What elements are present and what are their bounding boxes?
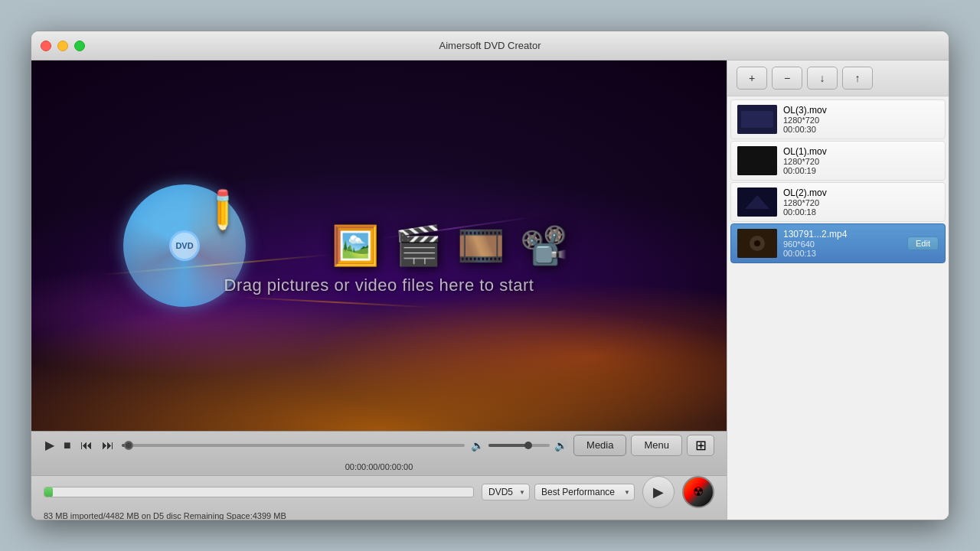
volume-max-icon: 🔊 [554, 439, 567, 452]
progress-thumb[interactable] [124, 441, 133, 450]
playback-controls: ▶ ■ ⏮ ⏭ 🔈 🔊 [31, 431, 727, 475]
left-panel: DVD ✏️ 🖼️ 🎬 🎞️ 📽️ Drag pictures or video… [31, 60, 727, 520]
file-item-4[interactable]: 130791...2.mp4 960*640 00:00:13 Edit [730, 223, 946, 263]
bottom-bar: DVD5 DVD9 Best Performance High Quality … [31, 475, 727, 520]
bottom-row: DVD5 DVD9 Best Performance High Quality … [44, 476, 714, 508]
preview-icon: ▶ [653, 484, 664, 500]
preview-button[interactable]: ▶ [642, 476, 675, 508]
file-item-2[interactable]: OL(1).mov 980*551 00:00:19 [730, 141, 946, 181]
file-thumb-3 [737, 187, 777, 217]
film-strip-icon: 📽️ [520, 223, 567, 268]
menu-button[interactable]: Menu [631, 435, 682, 456]
svg-rect-2 [737, 146, 777, 175]
chapters-icon: ⊞ [695, 437, 707, 454]
disc-selector: DVD5 DVD9 Best Performance High Quality … [482, 484, 635, 500]
media-menu-buttons: Media Menu ⊞ [573, 435, 714, 456]
volume-slider[interactable] [488, 444, 550, 447]
move-down-button[interactable]: ↓ [807, 67, 838, 90]
media-button[interactable]: Media [573, 435, 626, 456]
file-name-1: OL(3).mov [783, 105, 827, 116]
disc-type-wrapper: DVD5 DVD9 [482, 484, 530, 500]
controls-time-row: 00:00:00/00:00:00 [44, 459, 714, 473]
file-item-3[interactable]: OL(2).mov 980*551 00:00:18 [730, 182, 946, 222]
file-dur-4: 00:00:13 [783, 249, 847, 258]
file-info-4: 130791...2.mp4 960*640 00:00:13 [783, 229, 847, 258]
dvd-center: DVD [169, 230, 200, 261]
status-text: 83 MB imported/4482 MB on D5 disc Remain… [44, 511, 714, 520]
dvd-label: DVD [175, 241, 193, 250]
storage-fill [44, 487, 53, 497]
file-info-1: OL(3).mov 980*551 00:00:30 [783, 105, 827, 134]
titlebar: Aimersoft DVD Creator [31, 31, 949, 60]
performance-wrapper: Best Performance High Quality Standard [534, 484, 635, 500]
move-up-button[interactable]: ↑ [842, 67, 873, 90]
volume-fill [488, 444, 528, 447]
burn-button[interactable]: ☢ [682, 476, 714, 508]
file-res-4: 960*640 [783, 240, 847, 249]
maximize-button[interactable] [74, 41, 85, 51]
file-dur-3: 00:00:18 [783, 207, 827, 217]
file-res-1: 980*551 [783, 116, 827, 125]
file-item-1[interactable]: OL(3).mov 980*551 00:00:30 [730, 99, 946, 139]
disc-type-select[interactable]: DVD5 DVD9 [482, 484, 530, 500]
volume-icon: 🔈 [471, 439, 484, 452]
file-info-3: OL(2).mov 980*551 00:00:18 [783, 187, 827, 217]
file-name-3: OL(2).mov [783, 187, 827, 198]
svg-point-7 [754, 240, 760, 246]
video-area[interactable]: DVD ✏️ 🖼️ 🎬 🎞️ 📽️ Drag pictures or video… [31, 60, 727, 431]
file-info-2: OL(1).mov 980*551 00:00:19 [783, 146, 827, 175]
drop-text[interactable]: Drag pictures or video files here to sta… [224, 276, 534, 295]
film-icon: 🎞️ [457, 223, 505, 268]
traffic-lights [41, 41, 85, 51]
close-button[interactable] [41, 41, 51, 51]
media-icons: 🖼️ 🎬 🎞️ 📽️ [332, 223, 567, 268]
storage-bar [44, 487, 474, 497]
time-display: 00:00:00/00:00:00 [345, 462, 413, 471]
clapper-icon: 🎬 [394, 223, 442, 268]
file-thumb-1 [737, 105, 777, 134]
file-dur-2: 00:00:19 [783, 166, 827, 175]
forward-button[interactable]: ⏭ [100, 437, 116, 454]
file-name-4: 130791...2.mp4 [783, 229, 847, 240]
volume-container: 🔈 🔊 [471, 439, 567, 452]
stop-button[interactable]: ■ [62, 437, 73, 454]
window-title: Aimersoft DVD Creator [439, 40, 541, 51]
main-content: DVD ✏️ 🖼️ 🎬 🎞️ 📽️ Drag pictures or video… [31, 60, 949, 520]
minimize-button[interactable] [57, 41, 68, 51]
file-res-2: 980*551 [783, 157, 827, 166]
rewind-button[interactable]: ⏮ [79, 437, 94, 454]
add-button[interactable]: + [737, 67, 767, 90]
burn-icon: ☢ [693, 484, 704, 499]
volume-thumb[interactable] [524, 442, 532, 449]
edit-button-4[interactable]: Edit [907, 236, 939, 250]
file-list: OL(3).mov 980*551 00:00:30 OL(1).mov 1 [727, 96, 949, 520]
file-thumb-2 [737, 146, 777, 175]
file-res-3: 980*551 [783, 198, 827, 207]
performance-select[interactable]: Best Performance High Quality Standard [534, 484, 635, 500]
file-name-2: OL(1).mov [783, 146, 827, 157]
play-button[interactable]: ▶ [44, 436, 56, 454]
photo-icon: 🖼️ [332, 223, 379, 268]
controls-top-row: ▶ ■ ⏮ ⏭ 🔈 🔊 [44, 435, 714, 456]
right-panel: + − ↓ ↑ OL(3).mov 1280 [727, 60, 949, 520]
main-window: Aimersoft DVD Creator DVD ✏️ [31, 31, 949, 520]
file-toolbar: + − ↓ ↑ [727, 60, 949, 96]
svg-rect-1 [741, 111, 773, 128]
file-thumb-4 [737, 229, 777, 258]
chapters-button[interactable]: ⊞ [687, 435, 714, 456]
progress-bar[interactable] [122, 444, 465, 447]
file-dur-1: 00:00:30 [783, 125, 827, 134]
remove-button[interactable]: − [772, 67, 802, 90]
action-buttons: ▶ ☢ [642, 476, 714, 508]
